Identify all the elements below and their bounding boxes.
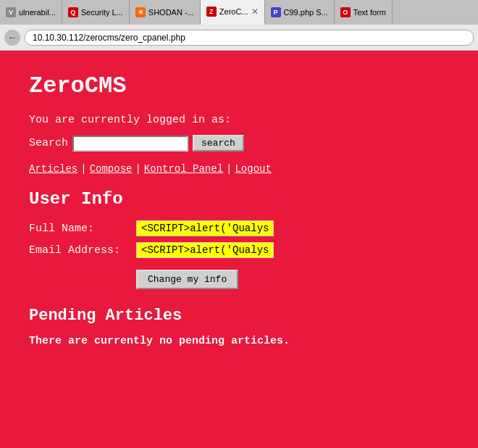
close-icon-zero[interactable]: ✕ xyxy=(251,7,259,17)
email-value: <SCRIPT>alert('Qualys xyxy=(136,242,274,258)
tab-vuln[interactable]: V ulnerabil... xyxy=(0,0,62,25)
tab-icon-text: O xyxy=(340,7,351,17)
pending-articles-title: Pending Articles xyxy=(29,307,449,325)
info-row-fullname: Full Name: <SCRIPT>alert('Qualys xyxy=(29,220,449,236)
tab-icon-shodan: ☀ xyxy=(135,7,146,17)
logged-in-text: You are currently logged in as: xyxy=(29,114,449,126)
search-label: Search xyxy=(29,137,68,149)
search-button[interactable]: search xyxy=(193,135,244,152)
nav-sep-3: | xyxy=(226,163,232,175)
tab-bar: V ulnerabil... Q Security L... ☀ SHODAN … xyxy=(0,0,478,25)
browser-window: V ulnerabil... Q Security L... ☀ SHODAN … xyxy=(0,0,478,448)
nav-logout[interactable]: Logout xyxy=(235,163,271,175)
tab-label-vuln: ulnerabil... xyxy=(19,8,56,17)
tab-text[interactable]: O Text form xyxy=(335,0,393,25)
tab-icon-security: Q xyxy=(68,7,78,17)
nav-articles[interactable]: Articles xyxy=(29,163,77,175)
tab-label-shodan: SHODAN -... xyxy=(148,8,194,17)
nav-links: Articles | Compose | Kontrol Panel | Log… xyxy=(29,163,449,175)
change-info-button[interactable]: Change my info xyxy=(136,270,238,289)
tab-label-text: Text form xyxy=(353,8,386,17)
tab-c99[interactable]: P C99.php S... xyxy=(265,0,335,25)
address-bar: ← xyxy=(0,25,478,51)
tab-icon-zero: Z xyxy=(206,7,217,17)
user-info-title: User Info xyxy=(29,189,449,209)
fullname-label: Full Name: xyxy=(29,223,130,235)
fullname-value: <SCRIPT>alert('Qualys xyxy=(136,220,274,236)
email-label: Email Address: xyxy=(29,244,130,257)
tab-zero[interactable]: Z ZeroC... ✕ xyxy=(201,0,265,25)
info-row-email: Email Address: <SCRIPT>alert('Qualys xyxy=(29,242,449,258)
tab-label-security: Security L... xyxy=(81,8,123,17)
tab-label-zero: ZeroC... xyxy=(219,7,248,16)
tab-icon-c99: P xyxy=(271,7,281,17)
search-row: Search search xyxy=(29,135,449,152)
tab-security[interactable]: Q Security L... xyxy=(62,0,130,25)
page-content: ZeroCMS You are currently logged in as: … xyxy=(0,51,478,448)
address-input[interactable] xyxy=(25,30,474,46)
user-info-table: Full Name: <SCRIPT>alert('Qualys Email A… xyxy=(29,220,449,258)
nav-sep-2: | xyxy=(135,163,141,175)
nav-compose[interactable]: Compose xyxy=(90,163,133,175)
pending-articles-message: There are currently no pending articles. xyxy=(29,335,449,347)
site-title: ZeroCMS xyxy=(29,72,449,99)
nav-sep-1: | xyxy=(80,163,86,175)
back-button[interactable]: ← xyxy=(4,30,20,46)
nav-kontrol[interactable]: Kontrol Panel xyxy=(144,163,223,175)
tab-label-c99: C99.php S... xyxy=(284,8,328,17)
tab-icon-vuln: V xyxy=(6,7,16,17)
tab-shodan[interactable]: ☀ SHODAN -... xyxy=(130,0,201,25)
search-input[interactable] xyxy=(72,136,188,152)
